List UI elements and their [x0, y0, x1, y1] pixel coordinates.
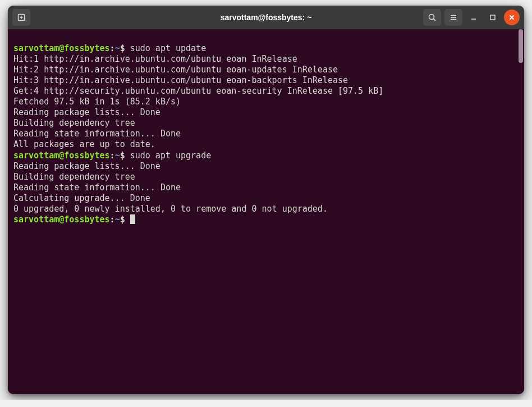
terminal-window: sarvottam@fossbytes: ~ — [8, 6, 524, 394]
prompt-path: ~ — [115, 43, 120, 53]
prompt-symbol: $ — [120, 150, 130, 161]
command-1: sudo apt update — [130, 43, 206, 53]
output-line: Reading state information... Done — [13, 129, 181, 139]
prompt-colon: : — [110, 43, 115, 53]
maximize-button[interactable] — [485, 10, 501, 25]
output-line: Hit:1 http://in.archive.ubuntu.com/ubunt… — [13, 54, 297, 64]
prompt-colon: : — [110, 150, 115, 161]
output-line: Building dependency tree — [13, 118, 135, 128]
titlebar-right — [423, 9, 520, 26]
prompt-symbol: $ — [120, 43, 130, 53]
output-line: Reading state information... Done — [13, 182, 181, 193]
window-title: sarvottam@fossbytes: ~ — [221, 13, 312, 22]
output-line: Calculating upgrade... Done — [13, 193, 150, 203]
menu-button[interactable] — [444, 9, 462, 26]
prompt-path: ~ — [115, 150, 120, 161]
prompt-symbol: $ — [120, 214, 130, 225]
minimize-button[interactable] — [466, 10, 481, 25]
output-line: All packages are up to date. — [13, 139, 155, 149]
titlebar-left — [12, 9, 30, 26]
output-line: Reading package lists... Done — [13, 161, 160, 171]
output-line: Fetched 97.5 kB in 1s (85.2 kB/s) — [13, 97, 181, 107]
svg-point-1 — [429, 15, 434, 20]
terminal-area[interactable]: sarvottam@fossbytes:~$ sudo apt update H… — [8, 29, 524, 394]
prompt-path: ~ — [115, 214, 120, 225]
output-line: Hit:3 http://in.archive.ubuntu.com/ubunt… — [13, 75, 348, 85]
close-button[interactable] — [504, 10, 520, 25]
output-line: 0 upgraded, 0 newly installed, 0 to remo… — [13, 204, 328, 214]
prompt-user-host: sarvottam@fossbytes — [13, 43, 110, 53]
svg-rect-2 — [490, 15, 495, 20]
prompt-user-host: sarvottam@fossbytes — [13, 214, 110, 225]
new-tab-button[interactable] — [12, 9, 30, 26]
search-button[interactable] — [423, 9, 441, 26]
output-line: Hit:2 http://in.archive.ubuntu.com/ubunt… — [13, 65, 338, 75]
cursor — [130, 214, 135, 224]
output-line: Get:4 http://security.ubuntu.com/ubuntu … — [13, 86, 383, 96]
scrollbar-thumb[interactable] — [519, 29, 523, 63]
command-2: sudo apt upgrade — [130, 150, 212, 161]
prompt-user-host: sarvottam@fossbytes — [13, 150, 110, 161]
output-line: Building dependency tree — [13, 172, 135, 182]
prompt-colon: : — [110, 214, 115, 225]
output-line: Reading package lists... Done — [13, 107, 160, 117]
titlebar: sarvottam@fossbytes: ~ — [8, 6, 524, 29]
